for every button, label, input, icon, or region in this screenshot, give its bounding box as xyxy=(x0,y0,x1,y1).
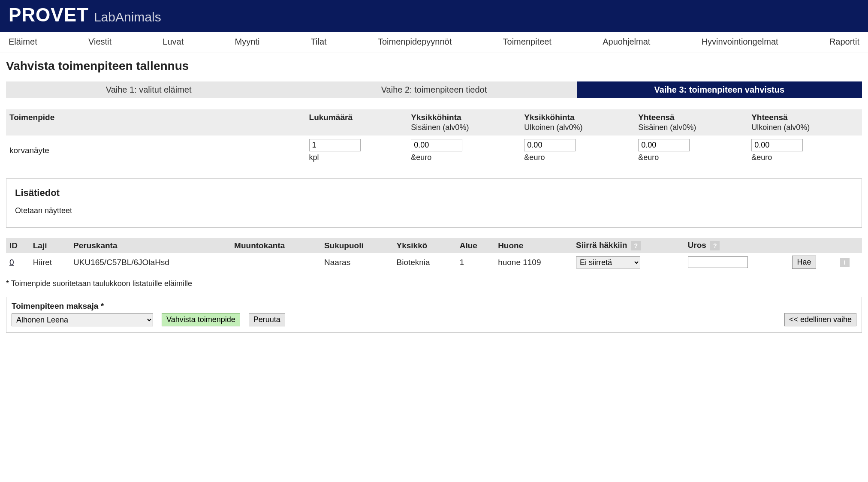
brand-sub: LabAnimals xyxy=(94,10,161,24)
help-icon[interactable]: ? xyxy=(631,241,641,250)
col-yht-ulk: Yhteensä Ulkoinen (alv0%) xyxy=(748,109,862,136)
nav-hyvinvointiongelmat[interactable]: Hyvinvointiongelmat xyxy=(702,37,778,47)
col-uros: Uros ? xyxy=(684,238,789,253)
animal-muuntokanta xyxy=(231,253,321,271)
col-sukupuoli: Sukupuoli xyxy=(321,238,393,253)
count-unit: kpl xyxy=(309,153,404,162)
price-table: Toimenpide Lukumäärä Yksikköhinta Sisäin… xyxy=(6,109,862,166)
unit-price-external-input[interactable] xyxy=(524,139,576,151)
cancel-button[interactable]: Peruuta xyxy=(249,313,285,326)
price-row: korvanäyte kpl &euro &euro &euro xyxy=(6,136,862,166)
col-siirra-label: Siirrä häkkiin xyxy=(576,241,627,250)
wizard-step-2[interactable]: Vaihe 2: toimenpiteen tiedot xyxy=(291,81,576,98)
unit-price-internal-input[interactable] xyxy=(411,139,462,151)
nav-apuohjelmat[interactable]: Apuohjelmat xyxy=(603,37,650,47)
currency-3: &euro xyxy=(638,153,744,162)
animal-row: 0 Hiiret UKU165/C57BL/6JOlaHsd Naaras Bi… xyxy=(6,253,862,271)
col-yks-sis-sub: Sisäinen (alv0%) xyxy=(411,123,517,132)
col-yks-sis-main: Yksikköhinta xyxy=(411,113,461,122)
currency-2: &euro xyxy=(524,153,631,162)
wizard-steps: Vaihe 1: valitut eläimet Vaihe 2: toimen… xyxy=(6,81,862,98)
payer-select[interactable]: Alhonen Leena xyxy=(12,313,153,326)
nav-tilat[interactable]: Tilat xyxy=(311,37,327,47)
nav-elaimet[interactable]: Eläimet xyxy=(9,37,37,47)
col-yht-sis: Yhteensä Sisäinen (alv0%) xyxy=(635,109,748,136)
col-muuntokanta: Muuntokanta xyxy=(231,238,321,253)
info-icon[interactable]: i xyxy=(840,258,850,267)
uros-input[interactable] xyxy=(688,256,748,268)
col-yht-sis-sub: Sisäinen (alv0%) xyxy=(638,123,744,132)
additional-info-box: Lisätiedot Otetaan näytteet xyxy=(6,178,862,228)
col-yks-ulk: Yksikköhinta Ulkoinen (alv0%) xyxy=(521,109,635,136)
col-siirra: Siirrä häkkiin ? xyxy=(573,238,684,253)
total-external-input[interactable] xyxy=(751,139,803,151)
animal-id-link[interactable]: 0 xyxy=(9,258,14,267)
col-laji: Laji xyxy=(30,238,70,253)
wizard-step-1[interactable]: Vaihe 1: valitut eläimet xyxy=(6,81,291,98)
animal-alue: 1 xyxy=(456,253,494,271)
nav-toimenpidepyynnot[interactable]: Toimenpidepyynnöt xyxy=(378,37,452,47)
nav-luvat[interactable]: Luvat xyxy=(163,37,184,47)
hae-button[interactable]: Hae xyxy=(792,256,816,269)
col-peruskanta: Peruskanta xyxy=(70,238,231,253)
previous-step-button[interactable]: << edellinen vaihe xyxy=(784,313,856,326)
animal-table: ID Laji Peruskanta Muuntokanta Sukupuoli… xyxy=(6,238,862,271)
help-icon[interactable]: ? xyxy=(710,241,720,250)
page-title: Vahvista toimenpiteen tallennus xyxy=(6,59,862,73)
additional-info-heading: Lisätiedot xyxy=(15,187,853,199)
animal-sukupuoli: Naaras xyxy=(321,253,393,271)
animal-peruskanta: UKU165/C57BL/6JOlaHsd xyxy=(70,253,231,271)
animal-yksikko: Bioteknia xyxy=(393,253,456,271)
nav-toimenpiteet[interactable]: Toimenpiteet xyxy=(503,37,552,47)
animal-laji: Hiiret xyxy=(30,253,70,271)
count-input[interactable] xyxy=(309,139,361,151)
content: Vahvista toimenpiteen tallennus Vaihe 1:… xyxy=(0,52,868,340)
payer-label: Toimenpiteen maksaja * xyxy=(12,301,153,311)
col-yht-ulk-main: Yhteensä xyxy=(751,113,787,122)
col-yks-sis: Yksikköhinta Sisäinen (alv0%) xyxy=(407,109,521,136)
nav-myynti[interactable]: Myynti xyxy=(235,37,260,47)
col-yks-ulk-main: Yksikköhinta xyxy=(524,113,574,122)
app-header: PROVET LabAnimals xyxy=(0,0,868,32)
col-uros-label: Uros xyxy=(688,241,706,250)
col-id: ID xyxy=(6,238,30,253)
payer-box: Toimenpiteen maksaja * Alhonen Leena Vah… xyxy=(6,297,862,333)
currency-1: &euro xyxy=(411,153,517,162)
col-yks-ulk-sub: Ulkoinen (alv0%) xyxy=(524,123,631,132)
move-cage-select[interactable]: Ei siirretä xyxy=(576,256,640,268)
confirm-button[interactable]: Vahvista toimenpide xyxy=(162,313,240,326)
currency-4: &euro xyxy=(751,153,859,162)
col-toimenpide: Toimenpide xyxy=(6,109,306,136)
additional-info-text: Otetaan näytteet xyxy=(15,206,853,215)
total-internal-input[interactable] xyxy=(638,139,690,151)
nav-viestit[interactable]: Viestit xyxy=(88,37,112,47)
col-yht-ulk-sub: Ulkoinen (alv0%) xyxy=(751,123,859,132)
nav-raportit[interactable]: Raportit xyxy=(829,37,859,47)
animal-huone: huone 1109 xyxy=(494,253,573,271)
brand-main: PROVET xyxy=(9,4,89,26)
col-huone: Huone xyxy=(494,238,573,253)
col-yht-sis-main: Yhteensä xyxy=(638,113,674,122)
col-yksikko: Yksikkö xyxy=(393,238,456,253)
col-alue: Alue xyxy=(456,238,494,253)
footnote: * Toimenpide suoritetaan taulukkoon list… xyxy=(6,279,862,288)
wizard-step-3[interactable]: Vaihe 3: toimenpiteen vahvistus xyxy=(577,81,862,98)
col-lukumaara: Lukumäärä xyxy=(306,109,408,136)
top-nav: Eläimet Viestit Luvat Myynti Tilat Toime… xyxy=(0,32,868,52)
price-name: korvanäyte xyxy=(6,136,306,166)
